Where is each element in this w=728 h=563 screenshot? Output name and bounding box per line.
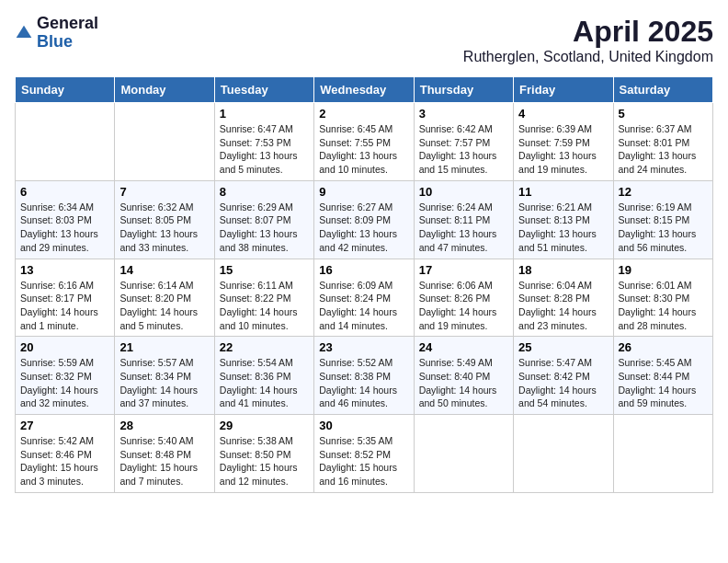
date-number: 23 <box>319 340 408 354</box>
subtitle: Rutherglen, Scotland, United Kingdom <box>463 49 713 65</box>
day-header-sunday: Sunday <box>16 77 115 103</box>
cell-info: Sunrise: 5:49 AM Sunset: 8:40 PM Dayligh… <box>419 356 508 410</box>
cell-info: Sunrise: 6:47 AM Sunset: 7:53 PM Dayligh… <box>220 122 309 177</box>
date-number: 22 <box>220 340 309 354</box>
cell-info: Sunrise: 6:11 AM Sunset: 8:22 PM Dayligh… <box>220 279 309 333</box>
calendar-cell: 9Sunrise: 6:27 AM Sunset: 8:09 PM Daylig… <box>314 180 414 259</box>
cell-info: Sunrise: 5:54 AM Sunset: 8:36 PM Dayligh… <box>220 356 309 410</box>
calendar-cell <box>16 103 115 181</box>
calendar-cell: 15Sunrise: 6:11 AM Sunset: 8:22 PM Dayli… <box>214 259 313 337</box>
cell-info: Sunrise: 6:04 AM Sunset: 8:28 PM Dayligh… <box>518 279 608 333</box>
date-number: 29 <box>220 419 309 432</box>
cell-info: Sunrise: 5:59 AM Sunset: 8:32 PM Dayligh… <box>20 356 109 410</box>
date-number: 5 <box>619 107 708 121</box>
calendar-cell: 10Sunrise: 6:24 AM Sunset: 8:11 PM Dayli… <box>414 180 513 259</box>
calendar-cell: 12Sunrise: 6:19 AM Sunset: 8:15 PM Dayli… <box>613 180 712 259</box>
week-row-1: 1Sunrise: 6:47 AM Sunset: 7:53 PM Daylig… <box>16 103 713 181</box>
calendar-cell <box>514 415 613 493</box>
calendar-cell: 30Sunrise: 5:35 AM Sunset: 8:52 PM Dayli… <box>314 415 414 493</box>
date-number: 21 <box>119 340 209 354</box>
date-number: 6 <box>20 185 109 199</box>
calendar-cell: 1Sunrise: 6:47 AM Sunset: 7:53 PM Daylig… <box>214 103 313 181</box>
calendar-cell: 3Sunrise: 6:42 AM Sunset: 7:57 PM Daylig… <box>414 103 513 181</box>
calendar-cell: 6Sunrise: 6:34 AM Sunset: 8:03 PM Daylig… <box>16 180 115 259</box>
cell-info: Sunrise: 6:39 AM Sunset: 7:59 PM Dayligh… <box>518 122 608 177</box>
day-header-tuesday: Tuesday <box>214 77 313 103</box>
date-number: 17 <box>419 263 508 277</box>
calendar-cell <box>613 415 712 493</box>
date-number: 20 <box>20 340 109 354</box>
cell-info: Sunrise: 6:24 AM Sunset: 8:11 PM Dayligh… <box>419 201 508 255</box>
header: General Blue April 2025 Rutherglen, Scot… <box>15 15 713 65</box>
date-number: 4 <box>518 107 608 121</box>
date-number: 25 <box>518 340 608 354</box>
date-number: 19 <box>619 263 708 277</box>
calendar-cell: 22Sunrise: 5:54 AM Sunset: 8:36 PM Dayli… <box>214 337 313 415</box>
cell-info: Sunrise: 6:37 AM Sunset: 8:01 PM Dayligh… <box>619 122 708 177</box>
logo-general: General <box>37 15 98 33</box>
date-number: 7 <box>119 185 209 199</box>
date-number: 9 <box>319 185 408 199</box>
date-number: 18 <box>518 263 608 277</box>
date-number: 2 <box>319 107 408 121</box>
logo-icon <box>15 24 33 42</box>
date-number: 11 <box>518 185 608 199</box>
calendar-cell: 7Sunrise: 6:32 AM Sunset: 8:05 PM Daylig… <box>115 180 214 259</box>
main-title: April 2025 <box>463 15 713 49</box>
day-header-friday: Friday <box>514 77 613 103</box>
week-row-5: 27Sunrise: 5:42 AM Sunset: 8:46 PM Dayli… <box>16 415 713 493</box>
calendar-cell: 11Sunrise: 6:21 AM Sunset: 8:13 PM Dayli… <box>514 180 613 259</box>
cell-info: Sunrise: 5:57 AM Sunset: 8:34 PM Dayligh… <box>119 356 209 410</box>
date-number: 8 <box>220 185 309 199</box>
calendar-cell: 16Sunrise: 6:09 AM Sunset: 8:24 PM Dayli… <box>314 259 414 337</box>
calendar-cell: 24Sunrise: 5:49 AM Sunset: 8:40 PM Dayli… <box>414 337 513 415</box>
cell-info: Sunrise: 6:45 AM Sunset: 7:55 PM Dayligh… <box>319 122 408 177</box>
date-number: 28 <box>119 419 209 432</box>
cell-info: Sunrise: 6:34 AM Sunset: 8:03 PM Dayligh… <box>20 201 109 255</box>
calendar-table: SundayMondayTuesdayWednesdayThursdayFrid… <box>15 76 713 493</box>
cell-info: Sunrise: 5:47 AM Sunset: 8:42 PM Dayligh… <box>518 356 608 410</box>
header-row: SundayMondayTuesdayWednesdayThursdayFrid… <box>16 77 713 103</box>
calendar-cell <box>414 415 513 493</box>
cell-info: Sunrise: 6:01 AM Sunset: 8:30 PM Dayligh… <box>619 279 708 333</box>
date-number: 13 <box>20 263 109 277</box>
cell-info: Sunrise: 5:40 AM Sunset: 8:48 PM Dayligh… <box>119 434 209 488</box>
day-header-saturday: Saturday <box>613 77 712 103</box>
date-number: 16 <box>319 263 408 277</box>
date-number: 24 <box>419 340 508 354</box>
cell-info: Sunrise: 5:42 AM Sunset: 8:46 PM Dayligh… <box>20 434 109 488</box>
cell-info: Sunrise: 6:09 AM Sunset: 8:24 PM Dayligh… <box>319 279 408 333</box>
cell-info: Sunrise: 6:06 AM Sunset: 8:26 PM Dayligh… <box>419 279 508 333</box>
logo-blue: Blue <box>37 33 98 52</box>
logo-text: General Blue <box>37 15 98 52</box>
svg-marker-0 <box>17 25 32 37</box>
day-header-monday: Monday <box>115 77 214 103</box>
cell-info: Sunrise: 6:27 AM Sunset: 8:09 PM Dayligh… <box>319 201 408 255</box>
calendar-cell: 4Sunrise: 6:39 AM Sunset: 7:59 PM Daylig… <box>514 103 613 181</box>
calendar-cell: 8Sunrise: 6:29 AM Sunset: 8:07 PM Daylig… <box>214 180 313 259</box>
cell-info: Sunrise: 6:21 AM Sunset: 8:13 PM Dayligh… <box>518 201 608 255</box>
date-number: 10 <box>419 185 508 199</box>
cell-info: Sunrise: 6:29 AM Sunset: 8:07 PM Dayligh… <box>220 201 309 255</box>
calendar-cell: 20Sunrise: 5:59 AM Sunset: 8:32 PM Dayli… <box>16 337 115 415</box>
cell-info: Sunrise: 6:16 AM Sunset: 8:17 PM Dayligh… <box>20 279 109 333</box>
date-number: 14 <box>119 263 209 277</box>
date-number: 1 <box>220 107 309 121</box>
cell-info: Sunrise: 6:32 AM Sunset: 8:05 PM Dayligh… <box>119 201 209 255</box>
calendar-cell: 2Sunrise: 6:45 AM Sunset: 7:55 PM Daylig… <box>314 103 414 181</box>
cell-info: Sunrise: 5:52 AM Sunset: 8:38 PM Dayligh… <box>319 356 408 410</box>
calendar-cell: 17Sunrise: 6:06 AM Sunset: 8:26 PM Dayli… <box>414 259 513 337</box>
date-number: 15 <box>220 263 309 277</box>
date-number: 3 <box>419 107 508 121</box>
calendar-cell <box>115 103 214 181</box>
calendar-cell: 18Sunrise: 6:04 AM Sunset: 8:28 PM Dayli… <box>514 259 613 337</box>
logo: General Blue <box>15 15 98 52</box>
cell-info: Sunrise: 5:45 AM Sunset: 8:44 PM Dayligh… <box>619 356 708 410</box>
week-row-3: 13Sunrise: 6:16 AM Sunset: 8:17 PM Dayli… <box>16 259 713 337</box>
calendar-cell: 21Sunrise: 5:57 AM Sunset: 8:34 PM Dayli… <box>115 337 214 415</box>
calendar-cell: 29Sunrise: 5:38 AM Sunset: 8:50 PM Dayli… <box>214 415 313 493</box>
day-header-wednesday: Wednesday <box>314 77 414 103</box>
cell-info: Sunrise: 6:19 AM Sunset: 8:15 PM Dayligh… <box>619 201 708 255</box>
date-number: 12 <box>619 185 708 199</box>
calendar-cell: 28Sunrise: 5:40 AM Sunset: 8:48 PM Dayli… <box>115 415 214 493</box>
